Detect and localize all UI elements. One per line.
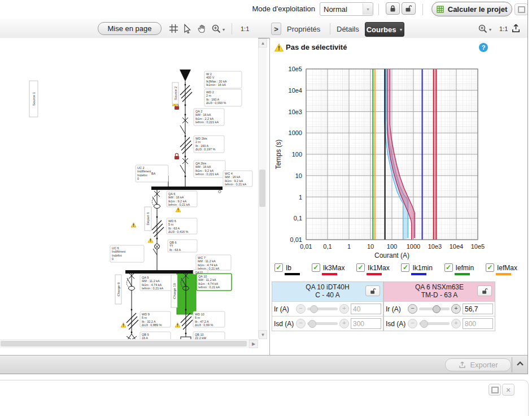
collapse-bottom-button[interactable] <box>513 358 526 371</box>
diagram-label-QB-6[interactable]: QB 6TTIb : 63 A <box>168 240 197 252</box>
tab-details[interactable]: Détails <box>337 25 359 33</box>
device-lock-button[interactable] <box>477 285 492 296</box>
decrement-button[interactable]: − <box>408 304 417 314</box>
tab-proprietes[interactable]: Propriétés <box>287 25 320 33</box>
svg-text:W 2: W 2 <box>206 72 212 76</box>
pan-hand-icon[interactable] <box>197 23 207 34</box>
legend-checkbox-Iefmin[interactable]: ✓ <box>444 263 453 272</box>
export-button[interactable]: Exporter <box>445 358 511 371</box>
diagram-label-QB-9[interactable]: QB 916 A <box>140 332 171 339</box>
diagram-canvas[interactable]: W 2400 VIk3Max : 20 kAIk1min : 16 kAWD 2… <box>0 38 258 339</box>
diagram-label-QA-2[interactable]: QA 2IkM : 16 kAIk1m : 2,2 kAIefmin : 0,2… <box>194 109 224 125</box>
subwindow-close-button[interactable]: × <box>502 384 514 396</box>
scroll-up-arrow[interactable]: ▲ <box>259 38 267 47</box>
layout-button[interactable]: Mise en page <box>98 22 162 35</box>
restore-icon <box>491 387 499 393</box>
diagram-label-WD-9[interactable]: WD 95 mIb : 32,2 AΔU3 : 0,889 % <box>140 311 171 327</box>
select-cursor-icon[interactable] <box>182 23 193 34</box>
setting-slider[interactable] <box>419 322 450 325</box>
diagram-vlabel-Départ-6[interactable]: Départ 6 <box>145 207 151 231</box>
diagram-vlabel-Source-1[interactable]: Source 1 <box>29 81 38 117</box>
setting-value-input[interactable] <box>351 304 381 314</box>
setting-value-input[interactable] <box>463 318 493 329</box>
horizontal-scrollbar[interactable]: ▶ <box>0 339 258 348</box>
increment-button[interactable]: + <box>451 319 461 328</box>
breaker-qa9-symbol[interactable] <box>127 273 134 291</box>
diagram-label-QA-9[interactable]: QA 9IkM : 11,2 kAIk1m : 4,74 kAIefmin : … <box>140 275 172 291</box>
collapse-panel-button[interactable]: > <box>271 23 281 35</box>
setting-slider[interactable] <box>307 322 338 325</box>
diagram-label-QA-6[interactable]: QA 6IkM : 16 kAIk1m : 9,2 kAIefmin : 0,2… <box>167 191 197 207</box>
calculate-project-button[interactable]: Calculer le projet <box>431 2 512 16</box>
lock-button[interactable] <box>386 2 400 15</box>
cable-wd2bis-symbol[interactable] <box>180 137 192 154</box>
frame-tool-icon[interactable] <box>168 23 179 34</box>
panel-zoom-caret-icon[interactable]: ▾ <box>489 27 491 32</box>
increment-button[interactable]: + <box>339 304 349 314</box>
setting-slider[interactable] <box>419 307 450 310</box>
diagram-label-WC-4[interactable]: WC 4IkM : 16 kAIk1m : 9,2 kAIefmin : 0,2… <box>223 171 252 187</box>
breaker-qa6-symbol[interactable] <box>152 191 160 209</box>
diagram-label-WD-6[interactable]: WD 65 mIb : 63 AΔU3 : 0,416 % <box>167 218 197 234</box>
slider-thumb[interactable] <box>420 320 428 328</box>
vertical-scroll-thumb[interactable] <box>259 170 265 207</box>
chevron-down-icon[interactable]: ▾ <box>363 3 373 15</box>
subwindow-restore-button[interactable] <box>489 384 501 396</box>
decrement-button[interactable]: − <box>296 319 306 328</box>
slider-thumb[interactable] <box>310 305 318 313</box>
diagram-vlabel-Charge-9[interactable]: Charge 9 <box>115 275 121 304</box>
cable-wd10-symbol[interactable] <box>181 313 193 330</box>
setting-value-input[interactable] <box>351 318 381 329</box>
legend-checkbox-Ik1Max[interactable]: ✓ <box>356 263 365 272</box>
decrement-button[interactable]: − <box>408 319 417 328</box>
breaker-qa2bis-symbol[interactable] <box>180 158 188 174</box>
scroll-right-arrow[interactable]: ▶ <box>249 340 258 348</box>
share-export-icon[interactable] <box>511 23 521 33</box>
unlock-button[interactable] <box>402 2 416 15</box>
busbar-1[interactable] <box>151 187 223 190</box>
legend-item-Ib: ✓Ib <box>274 263 300 275</box>
window-restore-button[interactable] <box>514 3 528 15</box>
diagram-label-QA-2bis[interactable]: QA 2bisIkM : 16 kAIk1m : 9,2 kAIefmin : … <box>194 161 225 177</box>
legend-checkbox-Ik3Max[interactable]: ✓ <box>312 263 320 272</box>
tab-courbes[interactable]: Courbes▼ <box>365 22 404 37</box>
busbar-2[interactable] <box>125 270 195 274</box>
separator <box>232 23 232 34</box>
diagram-label-WC-7[interactable]: WC 7IkM : 11,2 kAIk1m : 4,74 kAIefmin : … <box>196 255 231 270</box>
scroll-down-arrow[interactable]: ▼ <box>259 330 267 339</box>
zoom-dropdown-caret-icon[interactable]: ▾ <box>223 27 225 32</box>
increment-button[interactable]: + <box>339 319 349 328</box>
panel-zoom-icon[interactable] <box>477 23 488 34</box>
diagram-label-WD-10[interactable]: WD 105 mIb : 47,2 AΔU3 : 0,69 % <box>193 311 225 327</box>
zoom-tool-icon[interactable] <box>211 23 221 34</box>
source-symbol[interactable] <box>180 70 191 81</box>
help-button[interactable]: ? <box>479 43 488 52</box>
setting-value-input[interactable] <box>463 304 493 314</box>
breaker-qa2-symbol[interactable] <box>180 118 188 134</box>
cable-wd6-symbol[interactable] <box>152 220 164 237</box>
slider-thumb[interactable] <box>433 305 441 313</box>
diagram-vlabel-Source-2[interactable]: Source 2 <box>172 83 178 104</box>
horizontal-scroll-thumb[interactable] <box>1 341 247 346</box>
diagram-label-UC-6[interactable]: UC 6IndifférentIndéfini0 <box>110 245 144 262</box>
diagram-label-WD-2bis[interactable]: WD 2bis2 mIb : 160 AΔU3 : 0,197 % <box>194 136 224 153</box>
diagram-label-QA-10[interactable]: QA 10IkM : 11,2 kAIk1m : 4,74 kAIefmin :… <box>197 274 232 291</box>
transformer-symbol[interactable] <box>180 85 192 102</box>
cable-wd9-symbol[interactable] <box>127 313 138 330</box>
mode-select[interactable]: Normal ▾ <box>320 2 373 16</box>
legend-checkbox-Ik1min[interactable]: ✓ <box>401 263 409 272</box>
load-9-symbol[interactable] <box>125 334 138 339</box>
legend-checkbox-IefMax[interactable]: ✓ <box>486 263 494 272</box>
setting-slider[interactable] <box>307 307 338 310</box>
diagram-vlabel-Charge-10[interactable]: Charge 10 <box>171 275 177 307</box>
vertical-scrollbar[interactable]: ▲ ▼ <box>258 38 267 338</box>
decrement-button[interactable]: − <box>296 304 306 314</box>
increment-button[interactable]: + <box>451 304 461 314</box>
slider-thumb[interactable] <box>308 320 316 328</box>
switch-qb6-symbol[interactable] <box>153 244 160 255</box>
diagram-label-QB-10[interactable]: QB 1022,2 kW <box>193 332 225 339</box>
diagram-label-WD-2[interactable]: WD 22 mIb : 160 AΔU3 : 0,093 % <box>204 89 242 106</box>
diagram-label-W-2[interactable]: W 2400 VIk3Max : 20 kAIk1min : 16 kA <box>204 71 242 88</box>
legend-checkbox-Ib[interactable]: ✓ <box>274 263 283 272</box>
device-lock-button[interactable] <box>365 285 380 296</box>
